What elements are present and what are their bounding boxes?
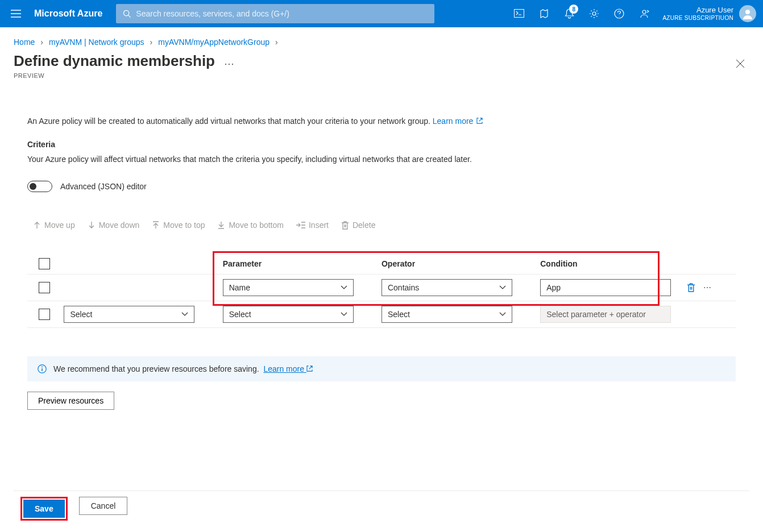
row-checkbox[interactable] bbox=[39, 282, 50, 293]
svg-point-7 bbox=[42, 367, 43, 368]
info-icon bbox=[38, 364, 47, 373]
delete-button[interactable]: Delete bbox=[341, 221, 375, 230]
close-icon[interactable] bbox=[731, 55, 749, 73]
chevron-right-icon: › bbox=[275, 38, 278, 47]
header-parameter: Parameter bbox=[223, 253, 382, 275]
move-down-button[interactable]: Move down bbox=[88, 221, 140, 230]
chevron-down-icon bbox=[341, 312, 347, 317]
breadcrumb-group[interactable]: myAVNM/myAppNetworkGroup bbox=[158, 38, 269, 47]
breadcrumb-network-groups[interactable]: myAVNM | Network groups bbox=[49, 38, 144, 47]
svg-point-2 bbox=[592, 12, 596, 15]
row-checkbox[interactable] bbox=[39, 309, 50, 320]
page-header: Define dynamic membership ⋯ PREVIEW bbox=[0, 52, 763, 88]
avatar-icon bbox=[739, 5, 756, 22]
page-title: Define dynamic membership bbox=[14, 52, 215, 70]
advanced-editor-toggle[interactable] bbox=[27, 181, 52, 192]
page-subtitle: PREVIEW bbox=[14, 72, 731, 79]
learn-more-link[interactable]: Learn more bbox=[433, 117, 483, 126]
notifications-icon[interactable]: 8 bbox=[558, 2, 580, 25]
help-icon[interactable] bbox=[608, 2, 631, 25]
operator-select[interactable]: Select bbox=[382, 306, 512, 323]
move-top-button[interactable]: Move to top bbox=[152, 221, 205, 230]
criteria-description: Your Azure policy will affect virtual ne… bbox=[27, 155, 736, 164]
move-up-button[interactable]: Move up bbox=[33, 221, 75, 230]
directories-icon[interactable] bbox=[533, 2, 555, 25]
header-checkbox[interactable] bbox=[39, 258, 50, 269]
breadcrumb-home[interactable]: Home bbox=[14, 38, 35, 47]
table-row: Select Select Select bbox=[27, 301, 736, 328]
info-bar: We recommend that you preview resources … bbox=[27, 356, 736, 381]
svg-point-4 bbox=[642, 10, 646, 14]
chevron-down-icon bbox=[499, 312, 506, 317]
chevron-down-icon bbox=[341, 285, 347, 290]
chevron-right-icon: › bbox=[150, 38, 153, 47]
top-bar: Microsoft Azure 8 Azure User AZURE SUBSC… bbox=[0, 0, 763, 27]
breadcrumb: Home › myAVNM | Network groups › myAVNM/… bbox=[0, 27, 763, 52]
feedback-icon[interactable] bbox=[633, 2, 656, 25]
info-text: We recommend that you preview resources … bbox=[53, 364, 259, 373]
svg-point-0 bbox=[124, 10, 129, 15]
svg-point-5 bbox=[745, 10, 750, 14]
table-row: Name Contains App bbox=[27, 275, 736, 301]
search-input[interactable] bbox=[136, 9, 428, 18]
andor-select[interactable]: Select bbox=[64, 306, 194, 323]
external-link-icon bbox=[476, 115, 483, 127]
more-icon[interactable]: ⋯ bbox=[703, 283, 711, 292]
settings-icon[interactable] bbox=[583, 2, 606, 25]
operator-select[interactable]: Contains bbox=[382, 279, 512, 296]
toolbar: Move up Move down Move to top Move to bo… bbox=[27, 221, 736, 230]
info-learn-more-link[interactable]: Learn more bbox=[263, 364, 312, 373]
content-area: An Azure policy will be created to autom… bbox=[0, 88, 763, 410]
search-icon bbox=[123, 10, 131, 18]
more-icon[interactable]: ⋯ bbox=[224, 58, 234, 69]
search-box[interactable] bbox=[116, 4, 434, 23]
insert-button[interactable]: Insert bbox=[296, 221, 329, 230]
parameter-select[interactable]: Select bbox=[223, 306, 354, 323]
topbar-actions: 8 bbox=[508, 2, 656, 25]
header-operator: Operator bbox=[382, 253, 540, 275]
svg-rect-1 bbox=[515, 10, 524, 18]
chevron-right-icon: › bbox=[40, 38, 43, 47]
trash-icon[interactable] bbox=[687, 283, 695, 292]
brand-label[interactable]: Microsoft Azure bbox=[34, 9, 102, 19]
move-bottom-button[interactable]: Move to bottom bbox=[217, 221, 284, 230]
condition-input: Select parameter + operator bbox=[540, 306, 671, 323]
notification-badge: 8 bbox=[569, 5, 578, 14]
header-condition: Condition bbox=[540, 253, 687, 275]
preview-resources-button[interactable]: Preview resources bbox=[27, 392, 114, 410]
description-text: An Azure policy will be created to autom… bbox=[27, 115, 736, 127]
condition-input[interactable]: App bbox=[540, 279, 671, 296]
user-name: Azure User bbox=[662, 6, 733, 15]
chevron-down-icon bbox=[499, 285, 506, 290]
menu-icon[interactable] bbox=[5, 2, 27, 25]
toggle-label: Advanced (JSON) editor bbox=[60, 182, 147, 191]
advanced-editor-toggle-row: Advanced (JSON) editor bbox=[27, 181, 736, 192]
criteria-grid: Parameter Operator Condition Name bbox=[27, 253, 736, 328]
criteria-heading: Criteria bbox=[27, 140, 736, 149]
cloud-shell-icon[interactable] bbox=[508, 2, 530, 25]
user-subscription: AZURE SUBSCRIPTIUON bbox=[662, 15, 733, 22]
parameter-select[interactable]: Name bbox=[223, 279, 354, 296]
user-block[interactable]: Azure User AZURE SUBSCRIPTIUON bbox=[662, 5, 756, 22]
chevron-down-icon bbox=[181, 312, 188, 317]
